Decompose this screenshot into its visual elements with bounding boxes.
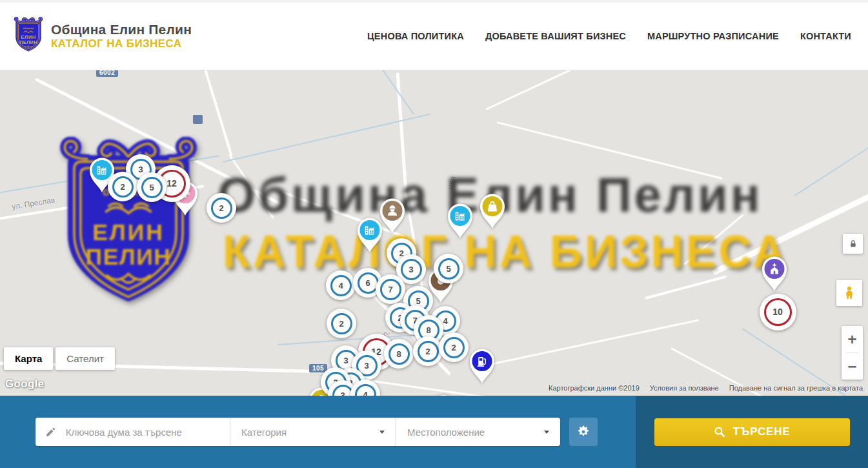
map-attribution: Картографски данни ©2019 Условия за полз… <box>549 384 863 392</box>
main-nav: ЦЕНОВА ПОЛИТИКА ДОБАВЕТЕ ВАШИЯТ БИЗНЕС М… <box>367 31 851 41</box>
svg-text:община: община <box>23 26 34 30</box>
location-select-value: Местоположение <box>407 427 485 438</box>
church-pin-marker[interactable] <box>760 255 789 295</box>
svg-text:ЕЛИН: ЕЛИН <box>21 34 35 40</box>
zoom-in-button[interactable]: + <box>842 326 863 352</box>
page: община ЕЛИН ПЕЛИН Община Елин Пелин КАТА… <box>0 0 868 468</box>
search-fields-group: Категория Местоположение <box>35 418 560 446</box>
pegman-icon <box>841 285 858 301</box>
keyword-field[interactable] <box>35 418 230 446</box>
map-data-copyright: Картографски данни ©2019 <box>549 384 640 392</box>
keyword-input[interactable] <box>65 426 220 438</box>
map-type-satellite-button[interactable]: Сателит <box>56 347 115 370</box>
search-button-label: ТЪРСЕНЕ <box>733 425 791 438</box>
search-submit-panel: ТЪРСЕНЕ <box>636 396 868 468</box>
cluster-marker[interactable]: 2 <box>413 336 443 366</box>
cluster-marker[interactable]: 5 <box>137 172 167 202</box>
chevron-down-icon <box>379 431 385 434</box>
map-canvas[interactable]: 6002 105 ул. Преслав бул. „Новосел ция о… <box>0 70 868 396</box>
bag-pin-marker[interactable] <box>478 192 507 232</box>
zoom-control: + − <box>842 326 863 380</box>
cluster-marker[interactable]: 7 <box>376 274 405 304</box>
cluster-marker[interactable]: 10 <box>760 294 796 331</box>
site-subtitle: КАТАЛОГ НА БИЗНЕСА <box>51 37 192 50</box>
cluster-marker[interactable]: 2 <box>327 309 356 338</box>
cluster-marker[interactable]: 5 <box>434 254 463 283</box>
nav-route-schedule[interactable]: МАРШРУТНО РАЗПИСАНИЕ <box>647 31 779 41</box>
advanced-search-button[interactable] <box>569 418 598 446</box>
chevron-down-icon <box>544 431 549 434</box>
nav-contacts[interactable]: КОНТАКТИ <box>800 31 851 41</box>
cluster-marker[interactable]: 8 <box>384 339 414 369</box>
header: община ЕЛИН ПЕЛИН Община Елин Пелин КАТА… <box>0 0 868 70</box>
location-select[interactable]: Местоположение <box>396 418 560 446</box>
cluster-marker[interactable]: 2 <box>439 332 469 362</box>
terms-of-use-link[interactable]: Условия за ползване <box>650 384 719 392</box>
zoom-out-button[interactable]: − <box>842 353 863 380</box>
category-select-value: Категория <box>241 427 287 438</box>
search-button[interactable]: ТЪРСЕНЕ <box>654 418 850 446</box>
lock-icon <box>843 234 863 254</box>
svg-text:ПЕЛИН: ПЕЛИН <box>19 39 37 45</box>
map-markers: 312252235467527482128223383234510 <box>0 70 868 396</box>
pencil-icon <box>45 426 56 438</box>
map-type-map-button[interactable]: Карта <box>4 347 53 370</box>
fuel-pin-marker[interactable] <box>468 347 496 387</box>
municipality-crest-icon: община ЕЛИН ПЕЛИН <box>13 17 44 56</box>
nav-add-your-business[interactable]: ДОБАВЕТЕ ВАШИЯТ БИЗНЕС <box>485 31 626 41</box>
search-bar: Категория Местоположение ТЪРСЕНЕ <box>0 396 868 468</box>
map-type-control: Карта Сателит <box>4 347 115 370</box>
cluster-marker[interactable]: 2 <box>108 172 137 201</box>
factory-pin-marker[interactable] <box>356 216 384 256</box>
search-icon <box>714 426 726 438</box>
street-view-pegman[interactable] <box>836 280 862 306</box>
factory-pin-marker[interactable] <box>446 202 474 242</box>
cluster-marker[interactable]: 4 <box>326 270 356 300</box>
category-select[interactable]: Категория <box>230 418 396 446</box>
nav-pricing-policy[interactable]: ЦЕНОВА ПОЛИТИКА <box>367 31 464 41</box>
google-logo[interactable]: Google <box>5 378 44 391</box>
site-logo[interactable]: община ЕЛИН ПЕЛИН Община Елин Пелин КАТА… <box>13 17 192 56</box>
cluster-marker[interactable]: 2 <box>207 193 236 223</box>
gear-icon <box>576 425 590 439</box>
report-map-error-link[interactable]: Подаване на сигнал за грешка в картата <box>729 384 863 392</box>
site-title: Община Елин Пелин <box>51 22 192 37</box>
